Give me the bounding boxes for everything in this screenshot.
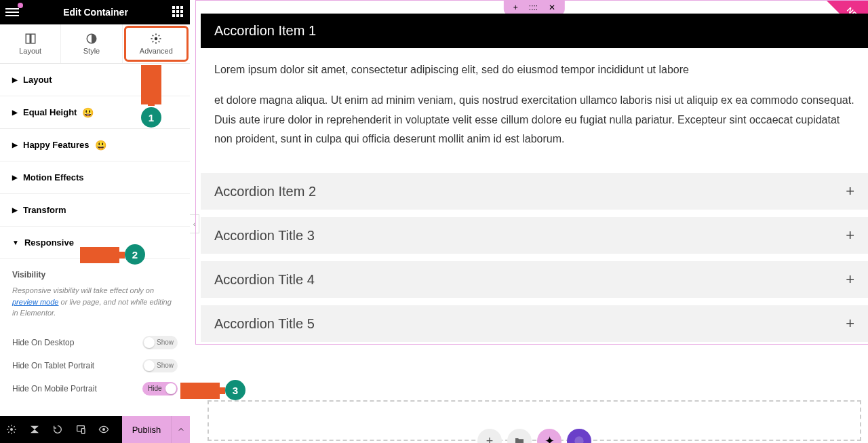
section-equal-height[interactable]: ▶Equal Height😃 [0,96,190,129]
annotation-badge-1: 1 [141,107,161,128]
toggle-label: Hide On Tablet Portrait [12,361,94,370]
publish-options-button[interactable] [171,416,190,443]
switch-hide-desktop[interactable]: Show [142,336,178,349]
svg-rect-1 [31,34,35,43]
happy-icon: 😃 [82,107,94,118]
visibility-help: Responsive visibility will take effect o… [12,285,178,319]
caret-right-icon: ▶ [12,76,18,83]
tab-advanced[interactable]: Advanced [124,26,189,62]
caret-right-icon: ▶ [12,109,18,116]
toggle-hide-tablet: Hide On Tablet Portrait Show [12,354,178,377]
menu-button[interactable] [5,5,19,19]
tab-label: Advanced [140,47,173,55]
svg-rect-0 [26,34,30,43]
folder-button[interactable] [507,429,532,443]
navigator-button[interactable] [23,416,46,443]
elementor-button[interactable] [567,429,591,443]
svg-point-7 [102,428,105,431]
expand-icon: + [846,271,854,288]
preview-mode-link[interactable]: preview mode [12,298,58,306]
panel-footer: Publish [0,416,190,443]
layout-icon [24,33,37,45]
happy-addons-button[interactable]: ✦ [537,429,561,443]
annotation-badge-2: 2 [125,244,145,265]
expand-icon: + [846,227,854,244]
editor-canvas: + :::: ✕ NEW Accordion Item 1 Lorem ipsu… [201,0,868,443]
expand-icon: + [846,182,854,200]
tab-layout[interactable]: Layout [0,24,61,63]
accordion-paragraph: Lorem ipsum dolor sit amet, consectetur … [214,60,854,80]
svg-point-8 [574,436,583,443]
widgets-grid-button[interactable] [172,6,184,18]
caret-down-icon: ▼ [12,239,19,246]
svg-rect-6 [81,429,85,434]
accordion-item: Accordion Title 3 + [201,217,868,254]
accordion-header[interactable]: Accordion Title 5 + [201,305,868,342]
annotation-arrow-2 [80,247,127,263]
folder-icon [514,436,525,443]
caret-right-icon: ▶ [12,141,18,149]
panel-sections: ▶Layout ▶Equal Height😃 ▶Happy Features😃 … [0,64,190,416]
accordion-header[interactable]: Accordion Title 3 + [201,217,868,254]
expand-icon: + [846,315,854,332]
accordion-title: Accordion Item 1 [214,23,316,39]
accordion-title: Accordion Title 4 [214,272,315,288]
toggle-label: Hide On Mobile Portrait [12,384,97,393]
svg-point-3 [155,37,158,41]
collapse-panel-button[interactable]: ‹ [190,214,199,233]
section-label: Layout [23,75,52,85]
section-layout[interactable]: ▶Layout [0,64,190,96]
section-happy-features[interactable]: ▶Happy Features😃 [0,129,190,161]
style-icon [85,33,98,45]
section-label: Responsive [24,237,74,248]
section-motion-effects[interactable]: ▶Motion Effects [0,161,190,194]
history-button[interactable] [46,416,69,443]
annotation-arrow-1 [141,65,161,109]
accordion-item: Accordion Title 4 + [201,261,868,298]
accordion-item: Accordion Title 5 + [201,305,868,343]
section-label: Transform [23,205,66,215]
panel-header: Edit Container [0,0,190,24]
notification-dot-icon [18,3,23,8]
add-element-button[interactable]: + [477,429,502,443]
tab-label: Style [83,47,100,55]
happy-icon: 😃 [95,140,106,151]
switch-hide-mobile[interactable]: Hide [142,382,178,396]
annotation-badge-3: 3 [225,380,245,400]
chevron-up-icon [177,425,185,434]
caret-right-icon: ▶ [12,206,18,214]
svg-point-4 [10,428,13,431]
section-label: Happy Features [23,140,90,150]
accordion-header[interactable]: Accordion Item 1 [201,14,868,48]
switch-hide-tablet[interactable]: Show [142,359,178,372]
preview-button[interactable] [92,416,115,443]
tab-label: Layout [19,47,41,55]
responsive-body: Visibility Responsive visibility will ta… [0,259,190,407]
section-label: Motion Effects [23,172,84,182]
panel-title: Edit Container [19,7,172,18]
accordion-title: Accordion Title 5 [214,316,315,332]
responsive-button[interactable] [69,416,92,443]
drop-zone-tools: + ✦ [477,429,591,443]
accordion-header[interactable]: Accordion Title 4 + [201,261,868,298]
accordion-body: Lorem ipsum dolor sit amet, consectetur … [201,48,868,166]
annotation-arrow-3 [180,383,228,399]
accordion-header[interactable]: Accordion Item 2 + [201,173,868,210]
section-label: Equal Height [23,107,77,117]
app-icon [574,436,585,443]
settings-button[interactable] [0,416,23,443]
visibility-heading: Visibility [12,270,178,280]
accordion-title: Accordion Item 2 [214,184,316,199]
panel-tabs: Layout Style Advanced [0,24,190,64]
caret-right-icon: ▶ [12,174,18,181]
tab-style[interactable]: Style [61,24,122,63]
section-transform[interactable]: ▶Transform [0,194,190,227]
accordion-item: Accordion Item 1 Lorem ipsum dolor sit a… [201,14,868,166]
accordion-paragraph: et dolore magna aliqua. Ut enim ad minim… [214,91,854,149]
publish-button[interactable]: Publish [122,416,171,443]
accordion-title: Accordion Title 3 [214,228,315,244]
toggle-hide-mobile: Hide On Mobile Portrait Hide [12,377,178,400]
toggle-hide-desktop: Hide On Desktop Show [12,331,178,354]
toggle-label: Hide On Desktop [12,338,74,347]
editor-panel: Edit Container Layout Style Advanced ▶La… [0,0,190,443]
